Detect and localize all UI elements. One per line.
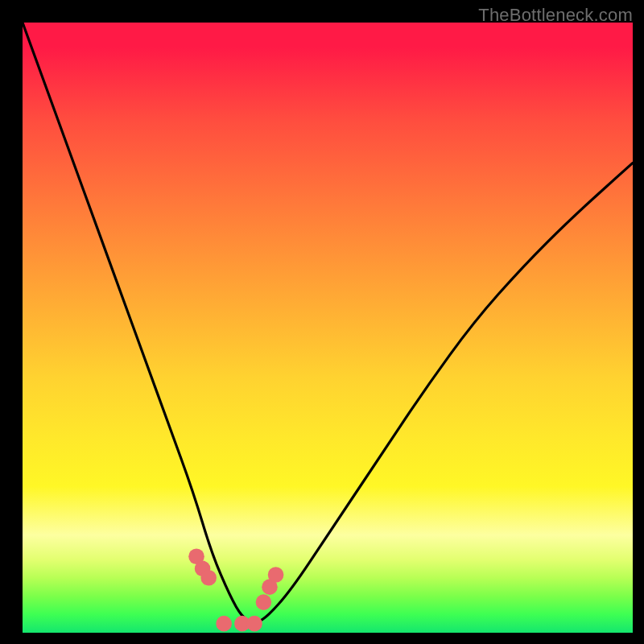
chart-frame: TheBottleneck.com — [0, 0, 644, 644]
bottleneck-curve-path — [23, 23, 633, 622]
watermark-text: TheBottleneck.com — [478, 5, 633, 26]
chart-svg — [23, 23, 633, 633]
highlight-marker — [216, 616, 232, 632]
highlight-marker — [256, 594, 272, 610]
highlight-marker — [246, 616, 262, 632]
highlight-marker — [268, 567, 284, 583]
marker-group — [188, 548, 283, 631]
highlight-marker — [200, 570, 217, 586]
